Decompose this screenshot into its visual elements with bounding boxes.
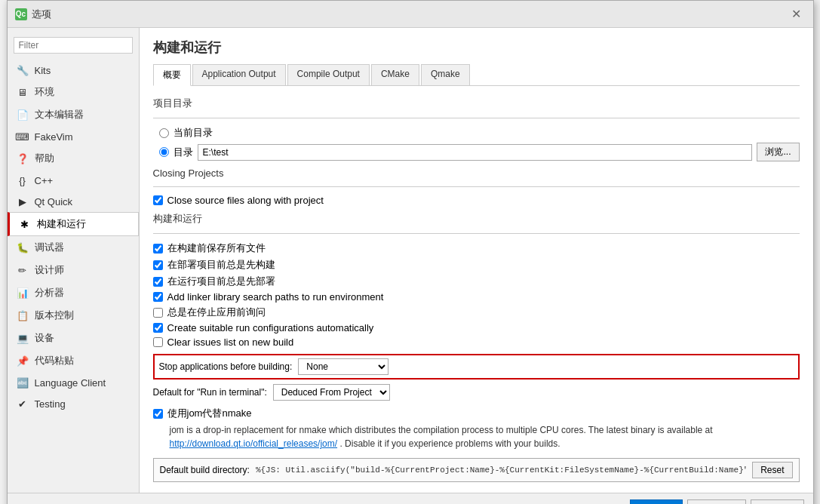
run-config-checkbox[interactable] [153,323,163,333]
linker-label: Add linker library search paths to run e… [167,291,384,303]
sidebar-label-text-editor: 文本编辑器 [35,108,84,121]
tab-cmake[interactable]: CMake [371,64,419,85]
sidebar-item-testing[interactable]: ✔Testing [8,393,139,414]
sidebar-item-debugger[interactable]: 🐛调试器 [8,236,139,259]
app-icon: Qc [15,8,27,20]
linker-row: Add linker library search paths to run e… [153,291,800,303]
sidebar-label-kits: Kits [35,65,51,76]
radio-dir-label: 目录 [174,146,193,159]
default-run-select[interactable]: Deduced From Project Enabled Disabled [273,384,390,401]
pause-checkbox[interactable] [153,308,163,318]
deploy-before-build-label: 在部署项目前总是先构建 [167,258,275,272]
sidebar-label-analyzer: 分析器 [35,286,64,300]
help-icon: ❓ [17,152,29,164]
title-bar: Qc 选项 ✕ [8,1,813,28]
jom-desc-text2: . Disable it if you experience problems … [339,438,560,449]
deploy-before-run-label: 在运行项目前总是先部署 [167,275,275,288]
ok-button[interactable]: OK [630,499,683,504]
project-dir-label: 项目目录 [153,97,800,110]
sidebar-item-kits[interactable]: 🔧Kits [8,60,139,81]
run-config-row: Create suitable run configurations autom… [153,322,800,333]
linker-checkbox[interactable] [153,292,163,302]
build-dir-label: Default build directory: [160,465,250,475]
sidebar-label-testing: Testing [35,398,66,410]
sidebar-label-devices: 设备 [35,331,54,345]
testing-icon: ✔ [17,398,29,410]
jom-link[interactable]: http://download.qt.io/official_releases/… [170,438,338,449]
build-dir-row: Default build directory: Reset [153,458,800,482]
build-dir-input[interactable] [256,466,746,475]
browse-button[interactable]: 浏览... [757,143,799,161]
dir-input[interactable] [198,144,753,161]
clear-issues-checkbox[interactable] [153,337,163,347]
clear-issues-row: Clear issues list on new build [153,337,800,348]
sidebar-label-designer: 设计师 [35,263,64,277]
sidebar-item-devices[interactable]: 💻设备 [8,327,139,349]
deploy-before-build-checkbox[interactable] [153,260,163,270]
sidebar-item-build-run[interactable]: ✱构建和运行 [8,212,139,236]
kits-icon: 🔧 [17,64,29,76]
apply-button[interactable]: Apply [751,499,804,504]
jom-desc-text1: jom is a drop-in replacement for nmake w… [170,425,713,435]
jom-label: 使用jom代替nmake [167,407,252,420]
build-run-label: 构建和运行 [153,212,800,226]
sidebar-item-fakevim[interactable]: ⌨FakeVim [8,126,139,147]
sidebar-item-language-client[interactable]: 🔤Language Client [8,372,139,393]
close-source-checkbox[interactable] [153,195,163,205]
environment-icon: 🖥 [17,86,29,98]
cpp-icon: {} [17,174,29,186]
sidebar-item-qt-quick[interactable]: ▶Qt Quick [8,191,139,212]
save-all-checkbox[interactable] [153,244,163,254]
sidebar-item-environment[interactable]: 🖥环境 [8,81,139,103]
options-dialog: Qc 选项 ✕ 🔧Kits🖥环境📄文本编辑器⌨FakeVim❓帮助{}C++▶Q… [7,0,814,504]
tab-qmake[interactable]: Qmake [421,64,470,85]
deploy-before-run-checkbox[interactable] [153,277,163,287]
radio-dir[interactable] [159,147,169,157]
dialog-title: 选项 [32,8,51,21]
radio-current-row: 当前目录 [159,126,800,140]
tab-compile-output[interactable]: Compile Output [287,64,370,85]
sidebar-item-help[interactable]: ❓帮助 [8,147,139,170]
reset-button[interactable]: Reset [752,462,792,478]
closing-section: Closing Projects Close source files alon… [153,167,800,206]
filter-box [14,37,133,54]
close-source-row: Close source files along with project [153,195,800,206]
sidebar-label-cpp: C++ [35,175,54,186]
save-all-label: 在构建前保存所有文件 [167,241,266,255]
sidebar-label-version-control: 版本控制 [35,309,74,322]
close-button[interactable]: ✕ [787,5,806,23]
radio-current[interactable] [159,128,169,138]
pause-label: 总是在停止应用前询问 [167,306,266,319]
sidebar-item-designer[interactable]: ✏设计师 [8,259,139,281]
radio-group: 当前目录 目录 浏览... [159,126,800,161]
content-area: 构建和运行 概要Application OutputCompile Output… [140,28,813,493]
sidebar-item-version-control[interactable]: 📋版本控制 [8,304,139,327]
project-dir-divider [153,118,800,118]
sidebar-label-environment: 环境 [35,85,54,99]
version-control-icon: 📋 [17,309,29,321]
jom-checkbox[interactable] [153,409,163,419]
filter-input[interactable] [14,37,133,54]
analyzer-icon: 📊 [17,287,29,299]
tab-概要[interactable]: 概要 [153,64,191,86]
sidebar-item-analyzer[interactable]: 📊分析器 [8,281,139,304]
text-editor-icon: 📄 [17,109,29,121]
stop-select[interactable]: None All Same Build Dir [298,358,389,375]
dialog-body: 🔧Kits🖥环境📄文本编辑器⌨FakeVim❓帮助{}C++▶Qt Quick✱… [8,28,813,493]
tab-application-output[interactable]: Application Output [192,64,286,85]
page-title: 构建和运行 [153,38,800,57]
sidebar-item-cpp[interactable]: {}C++ [8,170,139,191]
sidebar-label-build-run: 构建和运行 [37,217,86,231]
stop-label: Stop applications before building: [159,361,293,372]
jom-row: 使用jom代替nmake [153,407,800,420]
deploy-before-build-row: 在部署项目前总是先构建 [153,258,800,272]
title-bar-left: Qc 选项 [15,8,51,21]
language-client-icon: 🔤 [17,376,29,389]
cancel-button[interactable]: Cancel [687,499,746,504]
sidebar-item-code-paste[interactable]: 📌代码粘贴 [8,349,139,372]
sidebar-label-qt-quick: Qt Quick [35,196,73,207]
fakevim-icon: ⌨ [17,131,29,143]
run-config-label: Create suitable run configurations autom… [167,322,374,333]
code-paste-icon: 📌 [17,355,29,367]
sidebar-item-text-editor[interactable]: 📄文本编辑器 [8,103,139,126]
